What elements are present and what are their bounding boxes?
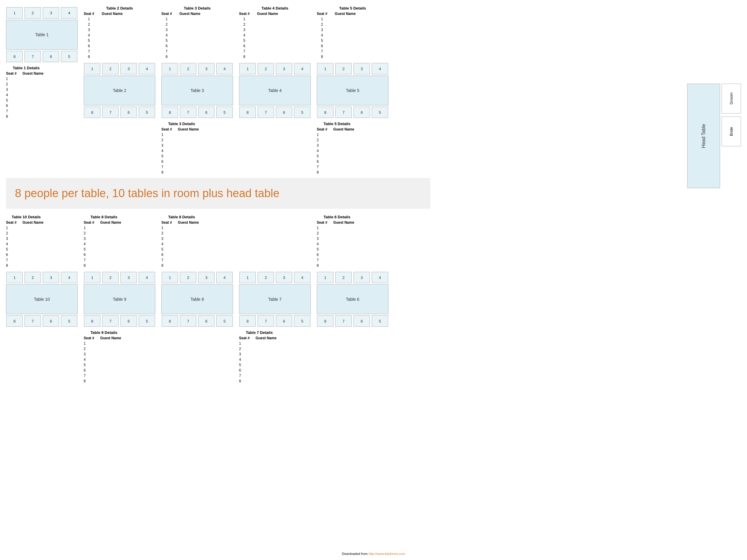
seat-row-4: 4 bbox=[317, 148, 357, 154]
guest-name bbox=[333, 148, 357, 154]
guest-name bbox=[178, 252, 202, 258]
table-3-details-bottom-title: Table 3 Details bbox=[161, 122, 202, 126]
seat-row-2: 2 bbox=[161, 137, 202, 143]
seat-row-1: 1 bbox=[6, 76, 46, 82]
guest-name bbox=[178, 236, 202, 241]
guest-name bbox=[100, 22, 124, 27]
seat-row-7: 7 bbox=[84, 373, 124, 378]
table-8-details-top: Table 8 Details Seat # Guest Name 123456… bbox=[84, 215, 124, 268]
guest-name bbox=[178, 143, 202, 148]
seat-row-5: 5 bbox=[239, 362, 279, 368]
seat-number: 8 bbox=[84, 378, 94, 384]
seat-row-4: 4 bbox=[84, 357, 124, 362]
seat-row-4: 4 bbox=[84, 241, 124, 247]
seat-number: 1 bbox=[239, 341, 250, 346]
guest-name bbox=[333, 159, 357, 164]
seat-number: 3 bbox=[6, 236, 17, 241]
guest-name bbox=[178, 22, 202, 27]
seat-row-8: 8 bbox=[6, 263, 46, 268]
guest-name bbox=[333, 164, 357, 170]
seat-number: 2 bbox=[84, 22, 94, 27]
table-4-body: Table 4 bbox=[239, 76, 311, 105]
guest-name bbox=[333, 143, 357, 148]
table-1-seat-4: 4 bbox=[61, 7, 77, 19]
seat-row-8: 8 bbox=[161, 263, 202, 268]
seat-number: 7 bbox=[317, 164, 327, 170]
seat-number: 3 bbox=[84, 27, 94, 32]
table-5-details-bottom: Table 5 Details Seat # Guest Name 123456… bbox=[317, 122, 357, 175]
footer-link: http://www.tidyforms.com bbox=[369, 552, 405, 556]
guest-name bbox=[333, 22, 357, 27]
seat-row-3: 3 bbox=[6, 236, 46, 241]
seat-number: 6 bbox=[317, 43, 327, 49]
guest-name bbox=[178, 148, 202, 154]
seat-row-5: 5 bbox=[161, 38, 233, 43]
guest-name bbox=[22, 103, 46, 108]
seat-row-6: 6 bbox=[84, 368, 124, 373]
guest-name bbox=[256, 43, 279, 49]
guest-name bbox=[333, 225, 357, 231]
seat-row-3: 3 bbox=[161, 143, 202, 148]
seat-number: 6 bbox=[84, 43, 94, 49]
seat-number: 3 bbox=[239, 351, 250, 357]
seat-row-5: 5 bbox=[317, 38, 388, 43]
table-1-seat-6: 6 bbox=[43, 51, 59, 62]
seat-number: 1 bbox=[161, 225, 172, 231]
table-1-body: Table 1 bbox=[6, 20, 78, 50]
seat-number: 8 bbox=[317, 54, 327, 59]
guest-name bbox=[100, 27, 124, 32]
seat-number: 7 bbox=[161, 258, 172, 263]
seat-row-7: 7 bbox=[6, 258, 46, 263]
table-3-seat-header: Seat # bbox=[161, 12, 172, 16]
guest-name bbox=[100, 17, 124, 22]
seat-number: 4 bbox=[239, 357, 250, 362]
table-1-visual: 1 2 3 4 Table 1 8 7 6 5 bbox=[6, 6, 78, 63]
guest-name bbox=[100, 236, 124, 241]
table-10-details-top: Table 10 Details Seat # Guest Name 12345… bbox=[6, 215, 46, 268]
table-4-visual: 1 2 3 4 Table 4 8 7 6 5 bbox=[239, 62, 311, 119]
seat-row-7: 7 bbox=[161, 49, 233, 54]
table-5-details-top: Table 5 Details Seat # Guest Name 123456… bbox=[317, 6, 388, 59]
table-1-seat-2: 2 bbox=[25, 7, 41, 19]
seat-number: 3 bbox=[317, 143, 327, 148]
table-6-details-top: Table 6 Details Seat # Guest Name 123456… bbox=[317, 215, 357, 268]
seat-row-3: 3 bbox=[6, 87, 46, 92]
seat-number: 5 bbox=[317, 38, 327, 43]
guest-name bbox=[22, 252, 46, 258]
seat-row-1: 1 bbox=[84, 17, 155, 22]
seat-row-5: 5 bbox=[239, 38, 311, 43]
seat-number: 3 bbox=[239, 27, 250, 32]
seat-row-1: 1 bbox=[161, 132, 202, 137]
seat-number: 3 bbox=[317, 236, 327, 241]
seat-number: 8 bbox=[317, 170, 327, 175]
seat-row-2: 2 bbox=[84, 231, 124, 236]
seat-row-4: 4 bbox=[6, 241, 46, 247]
page: 1 2 3 4 Table 1 8 7 6 5 Table 1 Details … bbox=[0, 0, 747, 560]
seat-row-7: 7 bbox=[239, 373, 279, 378]
table-3-visual: 1 2 3 4 Table 3 8 7 6 5 bbox=[161, 62, 233, 119]
guest-name bbox=[333, 27, 357, 32]
guest-name bbox=[100, 252, 124, 258]
seat-row-7: 7 bbox=[161, 258, 202, 263]
seat-row-5: 5 bbox=[161, 247, 202, 252]
seat-row-1: 1 bbox=[84, 341, 124, 346]
head-table-visual: Head Table bbox=[687, 84, 720, 188]
table-1-seat-header: Seat # bbox=[6, 71, 17, 76]
guest-name bbox=[100, 351, 124, 357]
guest-name bbox=[333, 43, 357, 49]
seat-number: 1 bbox=[84, 341, 94, 346]
seat-number: 2 bbox=[6, 82, 17, 87]
table-4-details-top: Table 4 Details Seat # Guest Name 123456… bbox=[239, 6, 311, 59]
seat-number: 7 bbox=[6, 258, 17, 263]
seat-number: 6 bbox=[84, 252, 94, 258]
table-4-details-title: Table 4 Details bbox=[239, 6, 311, 10]
table-7-visual: 1 2 3 4 Table 7 8 7 6 5 bbox=[239, 271, 311, 328]
seat-row-8: 8 bbox=[239, 378, 279, 384]
seat-row-3: 3 bbox=[84, 351, 124, 357]
seat-row-6: 6 bbox=[161, 43, 233, 49]
guest-name bbox=[100, 258, 124, 263]
footer: Downloaded from http://www.tidyforms.com bbox=[0, 552, 747, 556]
guest-name bbox=[333, 32, 357, 38]
table-1-seat-7: 7 bbox=[25, 51, 41, 62]
seat-row-8: 8 bbox=[161, 54, 233, 59]
